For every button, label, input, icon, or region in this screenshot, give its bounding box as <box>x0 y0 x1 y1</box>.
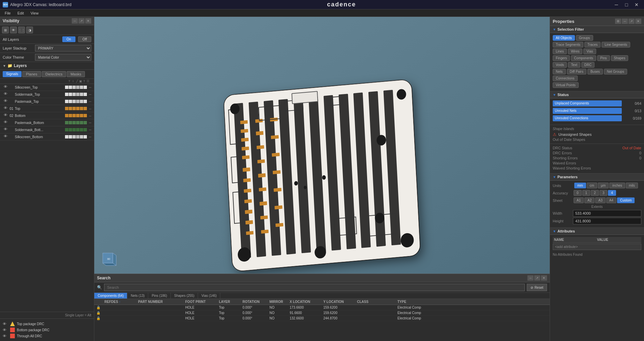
height-input[interactable] <box>573 218 641 224</box>
col-refdes[interactable]: REFDES ↑ <box>104 300 137 304</box>
col-footprint[interactable]: FOOT PRINT <box>185 300 218 304</box>
sf-btn-all-objects[interactable]: All Objects <box>553 35 575 41</box>
close-button[interactable]: ✕ <box>632 1 641 8</box>
search-input[interactable] <box>104 284 525 291</box>
col-layer[interactable]: LAYER <box>218 300 242 304</box>
visibility-minimize-btn[interactable]: ─ <box>72 18 78 24</box>
sheet-custom-btn[interactable]: Custom <box>617 197 635 203</box>
menu-view[interactable]: View <box>27 10 42 16</box>
table-row[interactable]: 🔒 HOLE Top 0.000° NO 132.6600 244.8700 E… <box>94 316 550 321</box>
units-inches-btn[interactable]: inches <box>609 183 625 188</box>
sf-btn-pins[interactable]: Pins <box>597 55 610 61</box>
layer-eye-pastemask-bottom[interactable]: 👁 <box>3 120 8 125</box>
sf-btn-trace-segments[interactable]: Trace Segments <box>553 42 583 48</box>
search-close-btn[interactable]: ✕ <box>541 275 547 281</box>
sf-btn-drc[interactable]: DRC <box>581 62 595 68</box>
layer-stackup-select[interactable]: PRIMARY <box>35 45 91 52</box>
drc-eye-top[interactable]: 👁 <box>3 322 8 326</box>
off-button[interactable]: Off <box>78 36 91 42</box>
properties-settings-btn[interactable]: ⚙ <box>615 19 621 24</box>
col-mirror[interactable]: MIRROR <box>269 300 289 304</box>
units-cm-btn[interactable]: cm <box>587 183 597 188</box>
sf-btn-vias[interactable]: Vias <box>583 49 596 54</box>
sf-btn-line-segments[interactable]: Line Segments <box>602 42 630 48</box>
sf-btn-buses[interactable]: Buses <box>587 69 603 74</box>
accuracy-0-btn[interactable]: 0 <box>574 190 582 196</box>
table-row[interactable]: 🔒 HOLE Top 0.000° NO 91.6600 159.6200 El… <box>94 310 550 316</box>
col-yloc[interactable]: Y LOCATION <box>323 300 356 304</box>
layer-eye-pastemask-top[interactable]: 👁 <box>3 99 8 104</box>
toolbar-color-icon[interactable]: ◑ <box>26 27 33 33</box>
menu-file[interactable]: File <box>1 10 14 16</box>
tab-signals[interactable]: Signals <box>3 71 22 77</box>
table-row[interactable]: 🔒 HOLE Top 0.000° NO 173.6600 159.6200 E… <box>94 305 550 310</box>
units-mils-btn[interactable]: mils <box>626 183 638 188</box>
menu-edit[interactable]: Edit <box>14 10 27 16</box>
properties-minimize-btn[interactable]: ─ <box>622 19 628 24</box>
parameters-header[interactable]: ▼ Parameters <box>550 174 644 181</box>
search-minimize-btn[interactable]: ─ <box>527 275 534 281</box>
sf-btn-wires[interactable]: Wires <box>568 49 583 54</box>
visibility-close-btn[interactable]: ✕ <box>85 18 91 24</box>
accuracy-1-btn[interactable]: 1 <box>582 190 590 196</box>
width-input[interactable] <box>573 210 641 217</box>
drc-eye-through[interactable]: 👁 <box>3 334 8 338</box>
sf-btn-diff-pairs[interactable]: Diff Pairs <box>567 69 586 74</box>
color-theme-select[interactable]: Material Color <box>35 54 91 61</box>
properties-popout-btn[interactable]: ↗ <box>629 19 635 24</box>
visibility-popout-btn[interactable]: ↗ <box>78 18 85 24</box>
search-tab-nets[interactable]: Nets (13) <box>127 293 148 299</box>
drc-eye-bottom-pkg[interactable]: 👁 <box>3 328 8 332</box>
sf-btn-traces[interactable]: Traces <box>584 42 601 48</box>
sheet-a4-btn[interactable]: A4 <box>606 197 616 203</box>
sf-btn-lines[interactable]: Lines <box>553 49 567 54</box>
sheet-a2-btn[interactable]: A2 <box>584 197 594 203</box>
status-header[interactable]: ▼ Status <box>550 91 644 98</box>
minimize-button[interactable]: ─ <box>612 1 621 8</box>
toolbar-eye-icon[interactable]: 👁 <box>10 27 17 33</box>
sheet-a1-btn[interactable]: A1 <box>574 197 584 203</box>
search-tab-shapes[interactable]: Shapes (255) <box>171 293 198 299</box>
maximize-button[interactable]: □ <box>622 1 631 8</box>
accuracy-3-btn[interactable]: 3 <box>600 190 608 196</box>
col-class[interactable]: CLASS <box>356 300 397 304</box>
toolbar-layers-icon[interactable]: ⊞ <box>2 27 9 33</box>
tab-masks[interactable]: Masks <box>67 71 85 77</box>
properties-close-btn[interactable]: ✕ <box>635 19 641 24</box>
sf-btn-net-groups[interactable]: Net Groups <box>604 69 627 74</box>
sheet-a3-btn[interactable]: A3 <box>595 197 605 203</box>
sf-btn-components[interactable]: Components <box>571 55 596 61</box>
toolbar-grid-icon[interactable]: ⋮⋮ <box>18 27 25 33</box>
reset-button[interactable]: ⊘ Reset <box>527 284 547 291</box>
attributes-header[interactable]: ▼ Attributes <box>550 228 644 235</box>
layer-eye-bottom[interactable]: 👁 <box>3 113 8 118</box>
search-tab-components[interactable]: Components (64) <box>94 293 127 299</box>
sf-btn-connections[interactable]: Connections <box>553 75 578 81</box>
search-popout-btn[interactable]: ↗ <box>534 275 540 281</box>
units-um-btn[interactable]: μm <box>598 183 609 188</box>
units-mm-btn[interactable]: mm <box>574 183 586 188</box>
attr-add-row[interactable]: <add attribute> <box>553 244 641 250</box>
col-partnum[interactable]: PART NUMBER <box>137 300 185 304</box>
sf-btn-fingers[interactable]: Fingers <box>553 55 570 61</box>
layers-expand-icon[interactable]: ▼ <box>3 64 6 68</box>
layer-eye-soldermask-top[interactable]: 👁 <box>3 92 8 97</box>
layer-eye-silkscreen-top[interactable]: 👁 <box>3 85 8 90</box>
accuracy-4-btn[interactable]: 4 <box>608 190 616 196</box>
selection-filter-header[interactable]: ▼ Selection Filter <box>550 26 644 33</box>
search-tab-vias[interactable]: Vias (146) <box>198 293 220 299</box>
nav-cube[interactable]: 3D <box>101 251 117 267</box>
sf-btn-nets[interactable]: Nets <box>553 69 566 74</box>
layer-eye-soldermask-bottom[interactable]: 👁 <box>3 127 8 132</box>
sf-btn-groups[interactable]: Groups <box>576 35 593 41</box>
sf-btn-shapes[interactable]: Shapes <box>611 55 629 61</box>
col-type[interactable]: TYPE <box>397 300 437 304</box>
col-rotation[interactable]: ROTATION <box>242 300 269 304</box>
col-xloc[interactable]: X LOCATION <box>289 300 323 304</box>
on-button[interactable]: On <box>62 36 75 42</box>
sf-btn-text[interactable]: Text <box>568 62 580 68</box>
layer-eye-silkscreen-bottom[interactable]: 👁 <box>3 134 8 140</box>
sf-btn-voids[interactable]: Voids <box>553 62 567 68</box>
tab-dielectrics[interactable]: Dielectrics <box>42 71 66 77</box>
search-tab-pins[interactable]: Pins (186) <box>148 293 171 299</box>
